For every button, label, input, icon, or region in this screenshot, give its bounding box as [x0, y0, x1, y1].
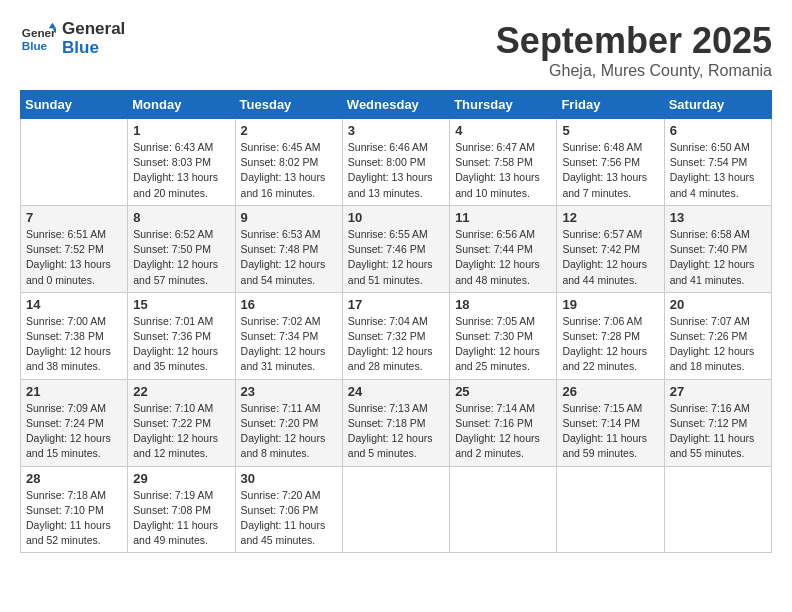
day-number: 14	[26, 297, 122, 312]
day-info: Sunrise: 7:14 AM Sunset: 7:16 PM Dayligh…	[455, 401, 551, 462]
calendar-cell: 20Sunrise: 7:07 AM Sunset: 7:26 PM Dayli…	[664, 292, 771, 379]
calendar-cell: 13Sunrise: 6:58 AM Sunset: 7:40 PM Dayli…	[664, 205, 771, 292]
day-info: Sunrise: 6:48 AM Sunset: 7:56 PM Dayligh…	[562, 140, 658, 201]
day-info: Sunrise: 7:20 AM Sunset: 7:06 PM Dayligh…	[241, 488, 337, 549]
calendar-cell: 17Sunrise: 7:04 AM Sunset: 7:32 PM Dayli…	[342, 292, 449, 379]
day-number: 10	[348, 210, 444, 225]
weekday-header-sunday: Sunday	[21, 91, 128, 119]
day-info: Sunrise: 7:16 AM Sunset: 7:12 PM Dayligh…	[670, 401, 766, 462]
calendar-cell: 29Sunrise: 7:19 AM Sunset: 7:08 PM Dayli…	[128, 466, 235, 553]
day-info: Sunrise: 7:06 AM Sunset: 7:28 PM Dayligh…	[562, 314, 658, 375]
day-number: 15	[133, 297, 229, 312]
day-number: 16	[241, 297, 337, 312]
calendar-cell: 14Sunrise: 7:00 AM Sunset: 7:38 PM Dayli…	[21, 292, 128, 379]
calendar-cell: 22Sunrise: 7:10 AM Sunset: 7:22 PM Dayli…	[128, 379, 235, 466]
calendar-cell: 6Sunrise: 6:50 AM Sunset: 7:54 PM Daylig…	[664, 119, 771, 206]
calendar-cell: 19Sunrise: 7:06 AM Sunset: 7:28 PM Dayli…	[557, 292, 664, 379]
calendar-table: SundayMondayTuesdayWednesdayThursdayFrid…	[20, 90, 772, 553]
day-number: 2	[241, 123, 337, 138]
day-number: 21	[26, 384, 122, 399]
weekday-header-wednesday: Wednesday	[342, 91, 449, 119]
day-info: Sunrise: 6:51 AM Sunset: 7:52 PM Dayligh…	[26, 227, 122, 288]
day-info: Sunrise: 7:09 AM Sunset: 7:24 PM Dayligh…	[26, 401, 122, 462]
day-number: 24	[348, 384, 444, 399]
calendar-cell	[450, 466, 557, 553]
day-number: 8	[133, 210, 229, 225]
day-number: 3	[348, 123, 444, 138]
location-title: Gheja, Mures County, Romania	[496, 62, 772, 80]
calendar-cell: 23Sunrise: 7:11 AM Sunset: 7:20 PM Dayli…	[235, 379, 342, 466]
day-info: Sunrise: 7:19 AM Sunset: 7:08 PM Dayligh…	[133, 488, 229, 549]
calendar-cell: 12Sunrise: 6:57 AM Sunset: 7:42 PM Dayli…	[557, 205, 664, 292]
day-info: Sunrise: 7:04 AM Sunset: 7:32 PM Dayligh…	[348, 314, 444, 375]
day-number: 28	[26, 471, 122, 486]
week-row-3: 14Sunrise: 7:00 AM Sunset: 7:38 PM Dayli…	[21, 292, 772, 379]
day-info: Sunrise: 7:01 AM Sunset: 7:36 PM Dayligh…	[133, 314, 229, 375]
day-info: Sunrise: 7:10 AM Sunset: 7:22 PM Dayligh…	[133, 401, 229, 462]
day-number: 9	[241, 210, 337, 225]
day-info: Sunrise: 6:47 AM Sunset: 7:58 PM Dayligh…	[455, 140, 551, 201]
calendar-cell: 1Sunrise: 6:43 AM Sunset: 8:03 PM Daylig…	[128, 119, 235, 206]
calendar-cell: 18Sunrise: 7:05 AM Sunset: 7:30 PM Dayli…	[450, 292, 557, 379]
day-info: Sunrise: 7:05 AM Sunset: 7:30 PM Dayligh…	[455, 314, 551, 375]
weekday-header-thursday: Thursday	[450, 91, 557, 119]
month-title: September 2025	[496, 20, 772, 62]
day-number: 19	[562, 297, 658, 312]
day-info: Sunrise: 6:45 AM Sunset: 8:02 PM Dayligh…	[241, 140, 337, 201]
day-number: 1	[133, 123, 229, 138]
calendar-cell: 24Sunrise: 7:13 AM Sunset: 7:18 PM Dayli…	[342, 379, 449, 466]
day-number: 13	[670, 210, 766, 225]
calendar-cell: 7Sunrise: 6:51 AM Sunset: 7:52 PM Daylig…	[21, 205, 128, 292]
day-number: 4	[455, 123, 551, 138]
calendar-cell	[664, 466, 771, 553]
calendar-cell: 26Sunrise: 7:15 AM Sunset: 7:14 PM Dayli…	[557, 379, 664, 466]
svg-text:Blue: Blue	[22, 38, 48, 51]
day-info: Sunrise: 6:56 AM Sunset: 7:44 PM Dayligh…	[455, 227, 551, 288]
day-number: 26	[562, 384, 658, 399]
calendar-cell: 11Sunrise: 6:56 AM Sunset: 7:44 PM Dayli…	[450, 205, 557, 292]
weekday-header-tuesday: Tuesday	[235, 91, 342, 119]
calendar-cell: 2Sunrise: 6:45 AM Sunset: 8:02 PM Daylig…	[235, 119, 342, 206]
day-info: Sunrise: 7:15 AM Sunset: 7:14 PM Dayligh…	[562, 401, 658, 462]
week-row-1: 1Sunrise: 6:43 AM Sunset: 8:03 PM Daylig…	[21, 119, 772, 206]
calendar-cell: 9Sunrise: 6:53 AM Sunset: 7:48 PM Daylig…	[235, 205, 342, 292]
day-info: Sunrise: 7:11 AM Sunset: 7:20 PM Dayligh…	[241, 401, 337, 462]
calendar-cell: 15Sunrise: 7:01 AM Sunset: 7:36 PM Dayli…	[128, 292, 235, 379]
title-area: September 2025 Gheja, Mures County, Roma…	[496, 20, 772, 80]
calendar-cell: 30Sunrise: 7:20 AM Sunset: 7:06 PM Dayli…	[235, 466, 342, 553]
calendar-cell: 4Sunrise: 6:47 AM Sunset: 7:58 PM Daylig…	[450, 119, 557, 206]
logo-icon: General Blue	[20, 21, 56, 57]
day-info: Sunrise: 6:55 AM Sunset: 7:46 PM Dayligh…	[348, 227, 444, 288]
day-info: Sunrise: 6:52 AM Sunset: 7:50 PM Dayligh…	[133, 227, 229, 288]
calendar-cell	[557, 466, 664, 553]
day-number: 11	[455, 210, 551, 225]
calendar-cell: 5Sunrise: 6:48 AM Sunset: 7:56 PM Daylig…	[557, 119, 664, 206]
day-info: Sunrise: 7:18 AM Sunset: 7:10 PM Dayligh…	[26, 488, 122, 549]
logo: General Blue General Blue	[20, 20, 125, 57]
day-number: 6	[670, 123, 766, 138]
week-row-2: 7Sunrise: 6:51 AM Sunset: 7:52 PM Daylig…	[21, 205, 772, 292]
calendar-cell: 28Sunrise: 7:18 AM Sunset: 7:10 PM Dayli…	[21, 466, 128, 553]
day-number: 7	[26, 210, 122, 225]
day-info: Sunrise: 6:57 AM Sunset: 7:42 PM Dayligh…	[562, 227, 658, 288]
day-number: 30	[241, 471, 337, 486]
day-number: 25	[455, 384, 551, 399]
week-row-5: 28Sunrise: 7:18 AM Sunset: 7:10 PM Dayli…	[21, 466, 772, 553]
calendar-cell: 21Sunrise: 7:09 AM Sunset: 7:24 PM Dayli…	[21, 379, 128, 466]
weekday-header-row: SundayMondayTuesdayWednesdayThursdayFrid…	[21, 91, 772, 119]
day-info: Sunrise: 6:43 AM Sunset: 8:03 PM Dayligh…	[133, 140, 229, 201]
day-number: 20	[670, 297, 766, 312]
day-info: Sunrise: 7:07 AM Sunset: 7:26 PM Dayligh…	[670, 314, 766, 375]
day-number: 22	[133, 384, 229, 399]
weekday-header-saturday: Saturday	[664, 91, 771, 119]
day-number: 27	[670, 384, 766, 399]
calendar-cell: 10Sunrise: 6:55 AM Sunset: 7:46 PM Dayli…	[342, 205, 449, 292]
day-info: Sunrise: 6:50 AM Sunset: 7:54 PM Dayligh…	[670, 140, 766, 201]
calendar-cell	[21, 119, 128, 206]
weekday-header-friday: Friday	[557, 91, 664, 119]
day-number: 23	[241, 384, 337, 399]
calendar-cell	[342, 466, 449, 553]
weekday-header-monday: Monday	[128, 91, 235, 119]
day-info: Sunrise: 7:13 AM Sunset: 7:18 PM Dayligh…	[348, 401, 444, 462]
page-header: General Blue General Blue September 2025…	[20, 20, 772, 80]
